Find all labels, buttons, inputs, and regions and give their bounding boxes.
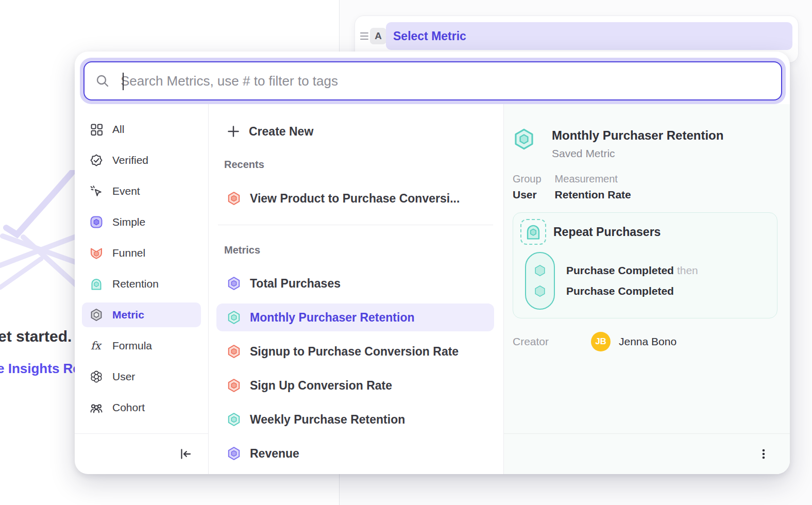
creator-name: Jenna Bono bbox=[619, 335, 676, 348]
retention-arch-icon bbox=[520, 219, 546, 245]
list-item-label: Total Purchases bbox=[250, 277, 341, 291]
step-hexagon-icon bbox=[533, 284, 547, 298]
creator-label: Creator bbox=[513, 335, 591, 348]
user-cluster-icon bbox=[90, 370, 103, 383]
list-item-metric[interactable]: Signup to Purchase Conversion Rate bbox=[216, 338, 494, 365]
metric-definition-card: Repeat Purchasers Purchase Comp bbox=[513, 212, 777, 318]
search-field[interactable] bbox=[83, 61, 782, 100]
collapse-left-icon[interactable] bbox=[178, 447, 193, 461]
sidebar-item-simple[interactable]: Simple bbox=[82, 210, 201, 234]
sidebar-item-label: Formula bbox=[112, 340, 152, 352]
sidebar-item-funnel[interactable]: Funnel bbox=[82, 241, 201, 265]
definition-title: Repeat Purchasers bbox=[553, 225, 661, 239]
group-field: Group User bbox=[513, 173, 542, 201]
sidebar-item-formula[interactable]: fx Formula bbox=[82, 333, 201, 358]
group-value: User bbox=[513, 189, 542, 201]
list-item-metric[interactable]: Weekly Purchase Retention bbox=[216, 406, 494, 433]
retention-metric-hexagon-icon bbox=[227, 310, 241, 325]
sidebar-item-verified[interactable]: Verified bbox=[82, 148, 201, 173]
step-hexagon-icon bbox=[533, 264, 547, 277]
sidebar-item-retention[interactable]: Retention bbox=[82, 272, 201, 296]
funnel-steps-capsule bbox=[525, 252, 555, 310]
sidebar-item-label: Verified bbox=[112, 154, 148, 166]
sidebar-item-cohort[interactable]: Cohort bbox=[82, 395, 201, 420]
metric-hexagon-icon bbox=[90, 308, 103, 322]
filter-sidebar: All Verified Event bbox=[75, 104, 209, 474]
select-metric-label: Select Metric bbox=[393, 29, 466, 43]
definition-step: Purchase Completedthen bbox=[566, 260, 698, 281]
list-item-label: Sign Up Conversion Rate bbox=[250, 379, 392, 393]
measurement-field: Measurement Retention Rate bbox=[555, 173, 631, 201]
search-focus-ring bbox=[80, 58, 786, 104]
create-new-button[interactable]: Create New bbox=[216, 117, 494, 145]
creator-avatar: JB bbox=[591, 332, 611, 351]
metric-detail-title: Monthly Purchaser Retention bbox=[552, 128, 723, 143]
list-item-metric-selected[interactable]: Monthly Purchaser Retention bbox=[216, 304, 494, 331]
metric-detail-panel: Monthly Purchaser Retention Saved Metric… bbox=[504, 104, 790, 474]
measurement-label: Measurement bbox=[555, 173, 631, 185]
verified-badge-icon bbox=[90, 154, 103, 167]
sidebar-item-label: Funnel bbox=[112, 247, 145, 259]
simple-metric-icon bbox=[90, 215, 103, 229]
group-label: Group bbox=[513, 173, 542, 185]
detail-footer bbox=[504, 433, 790, 474]
simple-metric-hexagon-icon bbox=[227, 446, 241, 461]
sidebar-item-label: Cohort bbox=[112, 401, 145, 414]
create-new-label: Create New bbox=[249, 125, 313, 139]
list-item-metric[interactable]: Revenue bbox=[216, 440, 494, 467]
list-item-label: Revenue bbox=[250, 447, 299, 461]
sidebar-footer bbox=[75, 433, 208, 474]
background-link-text[interactable]: e Insights Re bbox=[0, 361, 80, 377]
cursor-click-icon bbox=[90, 184, 103, 198]
definition-step: Purchase Completed bbox=[566, 281, 698, 301]
metric-picker-modal: All Verified Event bbox=[75, 52, 790, 474]
text-caret bbox=[123, 73, 124, 90]
sidebar-item-label: Simple bbox=[112, 216, 145, 228]
retention-metric-hexagon-icon bbox=[227, 412, 241, 427]
funnel-metric-hexagon-icon bbox=[227, 344, 241, 359]
sidebar-item-label: Event bbox=[112, 185, 140, 197]
search-icon bbox=[96, 74, 109, 88]
metric-letter-badge: A bbox=[370, 28, 386, 44]
simple-metric-hexagon-icon bbox=[227, 276, 241, 291]
funnel-icon bbox=[90, 246, 103, 260]
grid-icon bbox=[90, 123, 103, 136]
funnel-metric-hexagon-icon bbox=[227, 378, 241, 393]
list-item-label: Monthly Purchaser Retention bbox=[250, 311, 414, 325]
sidebar-item-label: All bbox=[112, 123, 124, 136]
metric-list: Create New Recents View Product to Purch… bbox=[209, 104, 504, 474]
sidebar-item-event[interactable]: Event bbox=[82, 179, 201, 204]
funnel-metric-hexagon-icon bbox=[227, 191, 241, 206]
sidebar-item-metric[interactable]: Metric bbox=[82, 302, 201, 327]
sidebar-item-all[interactable]: All bbox=[82, 117, 201, 142]
plus-icon bbox=[227, 125, 240, 138]
kebab-menu-icon[interactable] bbox=[757, 447, 770, 461]
list-item-metric[interactable]: Total Purchases bbox=[216, 270, 494, 297]
list-divider bbox=[218, 225, 493, 225]
metric-detail-subtitle: Saved Metric bbox=[552, 147, 723, 160]
select-metric-button[interactable]: Select Metric bbox=[386, 22, 792, 50]
creator-row: Creator JB Jenna Bono bbox=[513, 332, 777, 351]
sidebar-item-label: Retention bbox=[112, 278, 159, 290]
metrics-section-title: Metrics bbox=[216, 243, 494, 257]
recents-section-title: Recents bbox=[216, 157, 494, 172]
list-item-label: Weekly Purchase Retention bbox=[250, 413, 405, 427]
drag-handle-icon[interactable] bbox=[360, 32, 368, 40]
list-item-recent[interactable]: View Product to Purchase Conversi... bbox=[216, 184, 494, 212]
sidebar-item-label: Metric bbox=[112, 309, 144, 321]
sidebar-item-user[interactable]: User bbox=[82, 364, 201, 389]
cohort-icon bbox=[90, 401, 103, 414]
measurement-value: Retention Rate bbox=[555, 189, 631, 201]
list-item-metric[interactable]: Sign Up Conversion Rate bbox=[216, 372, 494, 399]
search-input[interactable] bbox=[121, 65, 781, 96]
retention-icon bbox=[90, 277, 103, 291]
retention-metric-hexagon-icon bbox=[513, 128, 535, 150]
background-heading-text: et started. bbox=[0, 328, 72, 345]
sidebar-item-label: User bbox=[112, 371, 135, 383]
list-item-label: View Product to Purchase Conversi... bbox=[250, 192, 460, 206]
formula-icon: fx bbox=[90, 339, 103, 352]
list-item-label: Signup to Purchase Conversion Rate bbox=[250, 345, 459, 359]
svg-text:fx: fx bbox=[91, 340, 102, 352]
step-connector: then bbox=[677, 264, 698, 276]
